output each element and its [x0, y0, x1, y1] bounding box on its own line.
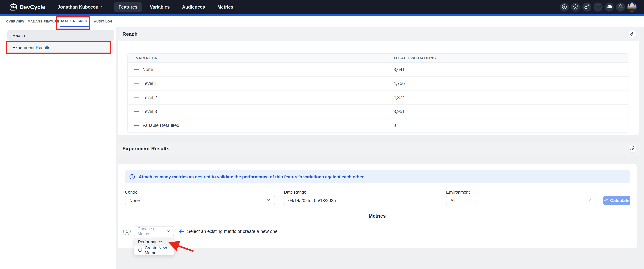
- choose-metric-placeholder: Choose a Metric...: [138, 226, 167, 236]
- total-evaluations-value: 3,951: [394, 109, 628, 114]
- gear-icon: [573, 4, 578, 10]
- metric-index-badge: 1: [123, 228, 131, 235]
- add-button[interactable]: [560, 3, 569, 12]
- link-icon: [630, 146, 634, 151]
- nav-item-variables[interactable]: Variables: [146, 2, 174, 12]
- chevron-down-icon: [588, 198, 592, 203]
- discord-button[interactable]: [605, 3, 614, 12]
- discord-icon: [607, 4, 612, 10]
- sidebar-item-experiment-results[interactable]: Experiment Results: [8, 42, 114, 53]
- reach-section-body: VARIATION TOTAL EVALUATIONS None 3,641: [118, 41, 639, 135]
- variation-name: Level 3: [142, 109, 157, 114]
- bell-icon: [618, 4, 623, 10]
- metrics-divider-title: Metrics: [368, 213, 386, 219]
- robot-logo-icon: [10, 3, 17, 12]
- calculate-label: Calculate: [610, 198, 630, 203]
- experiment-permalink-button[interactable]: [628, 145, 636, 152]
- reach-permalink-button[interactable]: [628, 30, 636, 38]
- experiment-results-title: Experiment Results: [122, 146, 170, 151]
- table-row: Level 3 3,951: [128, 104, 628, 118]
- column-header-variation: VARIATION: [128, 56, 394, 60]
- variation-name: Level 1: [142, 81, 157, 86]
- plus-circle-icon: [562, 4, 567, 10]
- main-content: Reach VARIATION TOTAL EVALUATIONS: [116, 27, 644, 269]
- variation-name: Variable Defaulted: [142, 123, 179, 128]
- tab-overview[interactable]: OVERVIEW: [6, 16, 24, 27]
- total-evaluations-value: 3,641: [394, 67, 628, 72]
- environment-label: Environment: [446, 190, 470, 195]
- api-keys-button[interactable]: [582, 3, 591, 12]
- link-icon: [630, 32, 634, 37]
- table-row: Level 2 4,374: [128, 91, 628, 104]
- info-icon: [129, 174, 135, 180]
- sidebar-item-reach[interactable]: Reach: [8, 30, 114, 41]
- project-name: Jonathan Kubecon: [58, 5, 98, 10]
- key-icon: [584, 4, 589, 10]
- notifications-button[interactable]: [616, 3, 625, 12]
- metric-hint-text: Select an existing metric or create a ne…: [187, 229, 278, 234]
- navbar-icon-group: [560, 2, 636, 12]
- variations-table: VARIATION TOTAL EVALUATIONS None 3,641: [128, 53, 628, 133]
- tab-manage-feature[interactable]: MANAGE FEATURE: [28, 16, 59, 27]
- results-sidebar: Reach Experiment Results: [8, 30, 114, 53]
- page: DevCycle Jonathan Kubecon Features Varia…: [0, 0, 644, 269]
- table-row: Variable Defaulted 0: [128, 119, 628, 132]
- zap-icon: [604, 198, 608, 203]
- reach-section-header: Reach: [118, 27, 641, 41]
- reach-title: Reach: [122, 31, 138, 37]
- nav-item-features[interactable]: Features: [114, 2, 142, 12]
- date-range-input[interactable]: 04/14/2025 - 05/13/2025: [284, 196, 438, 205]
- create-new-metric-option[interactable]: Create New Metric: [134, 246, 174, 255]
- user-avatar[interactable]: [627, 2, 636, 12]
- experiment-results-section-header: Experiment Results: [118, 142, 641, 155]
- environment-select[interactable]: All: [446, 196, 596, 205]
- create-new-metric-label: Create New Metric: [145, 245, 174, 255]
- total-evaluations-value: 4,756: [394, 81, 628, 86]
- docs-button[interactable]: [594, 3, 602, 12]
- environment-value: All: [450, 198, 455, 203]
- plus-circle-icon: [138, 247, 142, 253]
- variation-color-dash: [134, 83, 139, 84]
- nav-item-metrics[interactable]: Metrics: [213, 2, 238, 12]
- control-value: None: [129, 198, 140, 203]
- experiment-results-card: Attach as many metrics as desired to val…: [118, 164, 636, 248]
- nav-item-audiences[interactable]: Audiences: [178, 2, 210, 12]
- variation-color-dash: [134, 97, 139, 98]
- variation-color-dash: [134, 69, 139, 70]
- metric-selector-row: 1 Choose a Metric... Select an existing …: [123, 226, 278, 236]
- info-banner: Attach as many metrics as desired to val…: [125, 170, 630, 183]
- feature-tabbar: OVERVIEW MANAGE FEATURE DATA & RESULTS A…: [0, 16, 644, 27]
- control-select[interactable]: None: [125, 196, 275, 205]
- total-evaluations-value: 4,374: [394, 95, 628, 100]
- variation-name: Level 2: [142, 95, 157, 100]
- chevron-down-icon: [267, 198, 271, 203]
- tab-data-and-results[interactable]: DATA & RESULTS: [60, 16, 88, 27]
- arrow-left-icon: [178, 228, 184, 234]
- table-row: Level 1 4,756: [128, 76, 628, 90]
- calculate-button[interactable]: Calculate: [604, 196, 630, 205]
- date-range-label: Date Range: [284, 190, 306, 195]
- table-body: None 3,641 Level 1 4,756: [128, 63, 628, 132]
- settings-button[interactable]: [571, 3, 580, 12]
- menu-option-performance[interactable]: Performance: [134, 238, 174, 246]
- chevron-down-icon: [167, 229, 171, 234]
- choose-metric-select[interactable]: Choose a Metric...: [134, 226, 174, 236]
- control-label: Control: [125, 190, 138, 195]
- variation-name: None: [142, 67, 153, 72]
- top-navbar: DevCycle Jonathan Kubecon Features Varia…: [0, 0, 644, 14]
- date-range-value: 04/14/2025 - 05/13/2025: [288, 198, 336, 203]
- table-row: None 3,641: [128, 63, 628, 76]
- variation-color-dash: [134, 111, 139, 112]
- accent-bar: [0, 14, 644, 16]
- devcycle-logo[interactable]: DevCycle: [10, 3, 45, 12]
- chevron-down-icon: [100, 5, 104, 10]
- info-banner-text: Attach as many metrics as desired to val…: [139, 174, 364, 179]
- variation-color-dash: [134, 125, 139, 126]
- tab-audit-log[interactable]: AUDIT LOG: [94, 16, 113, 27]
- metric-dropdown-menu: Performance Create New Metric: [134, 238, 174, 255]
- brand-name: DevCycle: [20, 4, 45, 11]
- project-switcher[interactable]: Jonathan Kubecon: [58, 5, 104, 10]
- table-header-row: VARIATION TOTAL EVALUATIONS: [128, 54, 628, 63]
- total-evaluations-value: 0: [394, 123, 628, 128]
- primary-nav: Features Variables Audiences Metrics: [114, 2, 238, 12]
